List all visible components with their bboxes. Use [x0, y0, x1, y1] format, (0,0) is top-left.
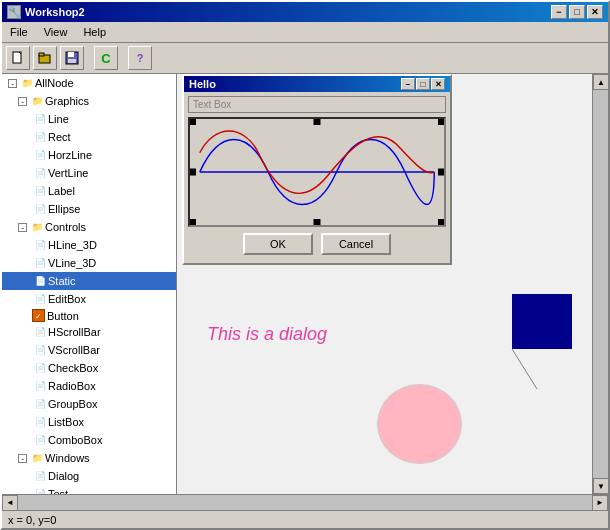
tree-node-checkbox[interactable]: 📄 CheckBox: [2, 359, 176, 377]
item-icon-listbox: 📄: [32, 414, 48, 430]
tree-node-groupbox[interactable]: 📄 GroupBox: [2, 395, 176, 413]
tree-node-button[interactable]: ✓ Button: [2, 308, 176, 323]
handle-mr[interactable]: [438, 169, 445, 176]
item-icon-ellipse: 📄: [32, 201, 48, 217]
menu-bar: File View Help: [2, 22, 608, 43]
tree-node-listbox[interactable]: 📄 ListBox: [2, 413, 176, 431]
dialog-minimize-btn[interactable]: −: [401, 78, 415, 90]
dialog-title-bar: Hello − □ ✕: [184, 76, 450, 92]
tree-label-controls: Controls: [45, 221, 86, 233]
toolbar-separator: [87, 46, 91, 70]
bottom-left: ◄ ► x = 0, y=0: [2, 494, 608, 528]
maximize-button[interactable]: □: [569, 5, 585, 19]
blue-rectangle: [512, 294, 572, 349]
expand-graphics[interactable]: -: [18, 97, 27, 106]
help-button[interactable]: ?: [128, 46, 152, 70]
tree-label-vscrollbar: VScrollBar: [48, 344, 100, 356]
new-button[interactable]: [6, 46, 30, 70]
tree-node-static[interactable]: 📄 Static: [2, 272, 176, 290]
expand-windows[interactable]: -: [18, 454, 27, 463]
title-bar: 🔧 Workshop2 − □ ✕: [2, 2, 608, 22]
save-button[interactable]: [60, 46, 84, 70]
tree-label-vertline: VertLine: [48, 167, 88, 179]
tree-panel[interactable]: - 📁 AllNode - 📁 Graphics 📄 Line 📄: [2, 74, 177, 494]
handle-tl[interactable]: [189, 118, 196, 125]
tree-node-hline3d[interactable]: 📄 HLine_3D: [2, 236, 176, 254]
menu-help[interactable]: Help: [75, 24, 114, 40]
scroll-track-right[interactable]: [593, 90, 608, 478]
toolbar: C ?: [2, 43, 608, 74]
handle-tr[interactable]: [438, 118, 445, 125]
tree-node-controls[interactable]: - 📁 Controls: [2, 218, 176, 236]
item-icon-vline3d: 📄: [32, 255, 48, 271]
tree-node-graphics[interactable]: - 📁 Graphics: [2, 92, 176, 110]
h-scroll-track[interactable]: [18, 495, 592, 510]
tree-label-static: Static: [48, 275, 76, 287]
minimize-button[interactable]: −: [551, 5, 567, 19]
tree-node-editbox[interactable]: 📄 EditBox: [2, 290, 176, 308]
expand-allnode[interactable]: -: [8, 79, 17, 88]
status-bar: x = 0, y=0: [2, 510, 608, 528]
tree-label-windows: Windows: [45, 452, 90, 464]
tree-node-rect[interactable]: 📄 Rect: [2, 128, 176, 146]
open-button[interactable]: [33, 46, 57, 70]
tree-node-vertline[interactable]: 📄 VertLine: [2, 164, 176, 182]
ok-button[interactable]: OK: [243, 233, 313, 255]
tree-label-editbox: EditBox: [48, 293, 86, 305]
tree-label-vline3d: VLine_3D: [48, 257, 96, 269]
tree-node-test[interactable]: 📄 Test: [2, 485, 176, 494]
handle-ml[interactable]: [189, 169, 196, 176]
scroll-up-button[interactable]: ▲: [593, 74, 608, 90]
tree-label-dialog: Dialog: [48, 470, 79, 482]
tree-node-horzline[interactable]: 📄 HorzLine: [2, 146, 176, 164]
dialog-close-btn[interactable]: ✕: [431, 78, 445, 90]
tree-node-combobox[interactable]: 📄 ComboBox: [2, 431, 176, 449]
tree-label-listbox: ListBox: [48, 416, 84, 428]
compile-button[interactable]: C: [94, 46, 118, 70]
window-title: Workshop2: [25, 6, 85, 18]
dialog-maximize-btn[interactable]: □: [416, 78, 430, 90]
handle-bm[interactable]: [314, 219, 321, 226]
main-window: 🔧 Workshop2 − □ ✕ File View Help C ?: [0, 0, 610, 530]
tree-node-vscrollbar[interactable]: 📄 VScrollBar: [2, 341, 176, 359]
tree-node-hscrollbar[interactable]: 📄 HScrollBar: [2, 323, 176, 341]
menu-file[interactable]: File: [2, 24, 36, 40]
tree-label-combobox: ComboBox: [48, 434, 102, 446]
right-scrollbar: ▲ ▼: [592, 74, 608, 494]
tree-node-label[interactable]: 📄 Label: [2, 182, 176, 200]
scroll-right-button[interactable]: ►: [592, 495, 608, 511]
canvas-area[interactable]: Hello − □ ✕ Text Box: [177, 74, 592, 494]
handle-bl[interactable]: [189, 219, 196, 226]
tree-node-line[interactable]: 📄 Line: [2, 110, 176, 128]
scroll-down-button[interactable]: ▼: [593, 478, 608, 494]
scroll-left-button[interactable]: ◄: [2, 495, 18, 511]
expand-controls[interactable]: -: [18, 223, 27, 232]
tree-label-ellipse: Ellipse: [48, 203, 80, 215]
dialog-title-text: Hello: [189, 78, 216, 90]
checkbox-icon-button: ✓: [32, 309, 45, 322]
item-icon-hline3d: 📄: [32, 237, 48, 253]
dialog-buttons: OK Cancel: [188, 227, 446, 259]
tree-node-windows[interactable]: - 📁 Windows: [2, 449, 176, 467]
tree-label-radiobox: RadioBox: [48, 380, 96, 392]
item-icon-vertline: 📄: [32, 165, 48, 181]
tree-node-vline3d[interactable]: 📄 VLine_3D: [2, 254, 176, 272]
tree-node-dialog[interactable]: 📄 Dialog: [2, 467, 176, 485]
close-button[interactable]: ✕: [587, 5, 603, 19]
svg-rect-0: [13, 52, 21, 63]
h-scrollbar-canvas: ◄ ►: [2, 494, 608, 510]
tree-node-ellipse[interactable]: 📄 Ellipse: [2, 200, 176, 218]
item-icon-static: 📄: [32, 273, 48, 289]
tree-node-allnode[interactable]: - 📁 AllNode: [2, 74, 176, 92]
svg-line-7: [512, 349, 537, 389]
tree-node-radiobox[interactable]: 📄 RadioBox: [2, 377, 176, 395]
cancel-button[interactable]: Cancel: [321, 233, 391, 255]
item-icon-dialog: 📄: [32, 468, 48, 484]
handle-tm[interactable]: [314, 118, 321, 125]
tree-label-hline3d: HLine_3D: [48, 239, 97, 251]
menu-view[interactable]: View: [36, 24, 76, 40]
item-icon-horzline: 📄: [32, 147, 48, 163]
handle-br[interactable]: [438, 219, 445, 226]
tree-label-groupbox: GroupBox: [48, 398, 98, 410]
tree-label-hscrollbar: HScrollBar: [48, 326, 101, 338]
